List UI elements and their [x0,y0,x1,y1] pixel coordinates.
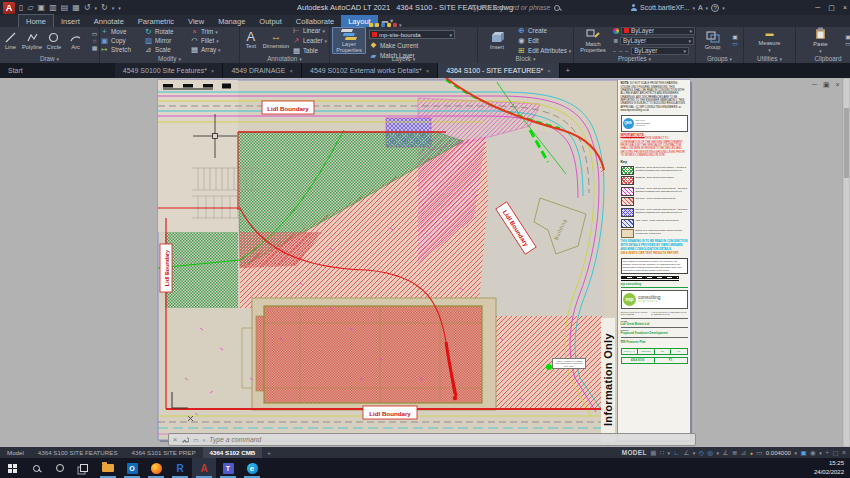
search-field[interactable]: Type a keyword or phrase [470,2,630,13]
help-icon[interactable]: ? [711,4,719,12]
chevron-down-icon[interactable]: ▾ [112,5,115,11]
file-tab-4-active[interactable]: 4364 S100 - SITE FEATURES*× [438,63,560,78]
insert-button[interactable]: Insert [480,27,514,54]
chevron-down-icon[interactable]: ▾ [668,450,671,456]
user-icon[interactable] [630,4,637,11]
layer-properties-button[interactable]: Layer Properties [332,27,366,54]
stretch-button[interactable]: ↦Stretch [100,45,144,54]
chevron-down-icon[interactable]: ▾ [706,5,709,11]
linear-button[interactable]: ⊢Linear▾ [292,26,327,35]
move-button[interactable]: +Move [100,27,144,36]
close-icon[interactable]: × [426,68,430,74]
measure-button[interactable]: ▬ Measure ▾ [753,27,787,54]
isodraft-icon[interactable]: ◇ [699,449,704,457]
make-current-button[interactable]: ◆Make Current [369,41,455,50]
command-close-icon[interactable]: × [173,436,177,443]
hatch-icon[interactable]: ▦ [90,45,99,51]
maximize-button[interactable]: ▢ [828,4,835,12]
search-icon[interactable] [554,5,560,11]
new-tab-button[interactable]: + [560,63,576,78]
chevron-down-icon[interactable]: ▾ [693,450,696,456]
revit-button[interactable]: R [168,458,192,478]
scrollbar[interactable] [843,78,850,447]
ortho-icon[interactable]: ∟ [674,449,680,456]
layout-tab-1[interactable]: 4364 S100 SITE FEATURES [31,447,125,458]
dimension-tool[interactable]: ↔ Dimension [263,27,289,54]
grid-icon[interactable]: ▦ [650,449,656,457]
plus-icon[interactable]: + [825,449,829,456]
modify-panel-label[interactable]: Modify ▾ [100,54,239,63]
properties-panel-label[interactable]: Properties ▾ [574,54,695,63]
trim-button[interactable]: ×Trim▾ [190,27,234,36]
new-icon[interactable]: ▯ [19,3,23,12]
draw-panel-label[interactable]: Draw ▾ [0,54,99,63]
annotation-visibility-icon[interactable]: ▭ [756,449,762,457]
cortana-button[interactable] [48,458,72,478]
annotation-scale-icon[interactable]: ▣ [800,449,806,457]
ellipse-icon[interactable]: ○ [90,38,99,44]
utilities-panel-label[interactable]: Utilities ▾ [744,54,795,63]
layers-panel-label[interactable]: Layers ▾ [330,54,477,63]
snap-icon[interactable]: ∷ [660,449,664,457]
viewport-restore-button[interactable]: ▣ [823,81,830,89]
tab-view[interactable]: View [181,15,211,27]
plot-icon[interactable]: ▤ [61,3,69,12]
redo-icon[interactable]: ↻ [101,3,108,12]
close-icon[interactable]: × [289,68,293,74]
groups-panel-label[interactable]: Groups ▾ [696,54,743,63]
line-tool[interactable]: Line [0,32,21,50]
arc-tool[interactable]: Arc [65,32,86,50]
tab-insert[interactable]: Insert [54,15,87,27]
paste-button[interactable]: Paste ▾ [804,27,838,54]
minimize-button[interactable]: ─ [815,4,820,11]
layer-isolate-icon[interactable] [393,23,397,27]
layer-dropdown[interactable]: mp-site-bounda ▾ [369,30,455,39]
teams-button[interactable]: T [216,458,240,478]
leader-button[interactable]: ↗Leader▾ [292,36,327,45]
layer-lock-icon[interactable] [381,23,385,27]
firefox-button[interactable] [144,458,168,478]
close-button[interactable]: × [843,4,847,11]
autocad-logo-icon[interactable]: A [3,2,15,14]
viewport-close-button[interactable]: × [836,81,840,89]
polyline-tool[interactable]: Polyline [22,32,43,50]
qat-customize-icon[interactable]: ▾ [118,5,121,11]
layout-tab-2[interactable]: 4364 S101 SITE PREP [125,447,203,458]
layer-freeze-icon[interactable] [375,23,379,27]
create-block-button[interactable]: ⊕Create [517,26,571,35]
edit-block-button[interactable]: ◉Edit [517,36,571,45]
layer-on-icon[interactable] [369,23,373,27]
file-tab-3[interactable]: 4549 S0102 External works Details*× [302,63,438,78]
array-button[interactable]: ▦Array▾ [190,45,234,54]
drawing-viewport[interactable]: Building [0,78,850,447]
command-prompt[interactable]: Type a command [209,436,261,443]
tab-parametric[interactable]: Parametric [131,15,181,27]
chevron-down-icon[interactable]: ▾ [794,450,797,456]
group-edit-icon[interactable]: ▭ [731,41,740,47]
close-icon[interactable]: × [547,68,551,74]
tab-annotate[interactable]: Annotate [87,15,131,27]
taskbar-search-button[interactable] [24,458,48,478]
fillet-button[interactable]: ◠Fillet▾ [190,36,234,45]
lineweight-dropdown[interactable]: ≣ ByLayer▾ [613,36,695,45]
rectangle-icon[interactable]: ▭ [90,31,99,37]
print-icon[interactable]: ▦ [72,3,80,12]
taskbar-clock[interactable]: 15:25 24/02/2022 [814,458,850,478]
ungroup-icon[interactable]: ▣ [731,34,740,40]
command-line[interactable]: × ▭ ▾ Type a command [168,433,696,446]
new-layout-button[interactable]: + [262,449,276,456]
workspace-gear-icon[interactable]: ◉ [810,449,816,457]
tab-output[interactable]: Output [252,15,289,27]
command-recent-icon[interactable]: ▭ [193,436,199,443]
model-tab[interactable]: Model [0,447,31,458]
start-button[interactable] [0,458,24,478]
drawing-canvas[interactable]: Building [0,78,850,447]
saveas-icon[interactable]: ▥ [49,3,57,12]
layout-tab-3-active[interactable]: 4364 S102 CMB [203,447,263,458]
autocad-taskbar-button[interactable]: A [192,458,216,478]
object-color-dropdown[interactable]: ByLayer▾ [613,26,695,35]
chevron-down-icon[interactable]: ▾ [95,5,98,11]
text-tool[interactable]: A Text [242,27,260,54]
file-tab-1[interactable]: 4549 S0100 Site Features*× [115,63,224,78]
open-icon[interactable]: ▱ [27,3,33,12]
